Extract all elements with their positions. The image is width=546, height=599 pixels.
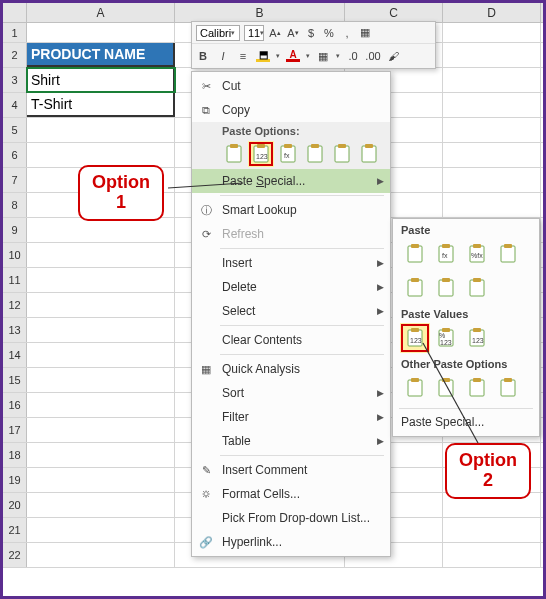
callout-option-2: Option2 xyxy=(445,443,531,499)
leader-lines xyxy=(3,3,546,599)
callout-option-1: Option1 xyxy=(78,165,164,221)
